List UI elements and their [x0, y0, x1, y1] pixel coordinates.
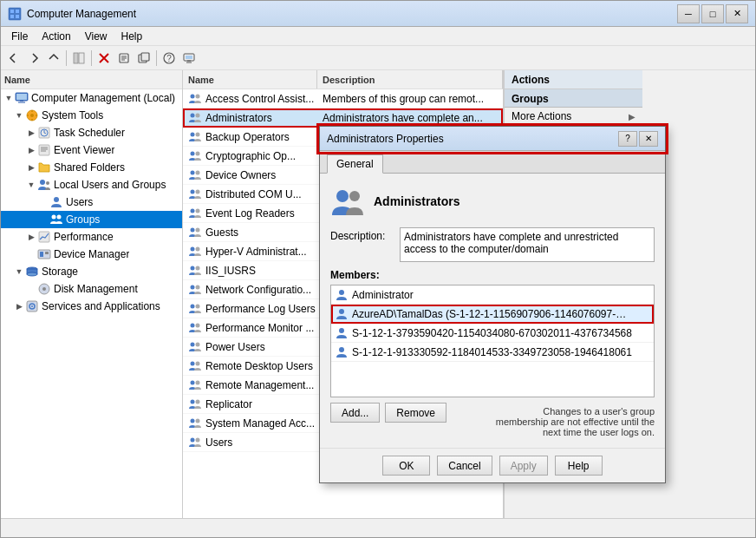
delete-button[interactable]: [94, 49, 114, 68]
expand-task-scheduler[interactable]: ▶: [25, 127, 37, 139]
svg-point-39: [54, 197, 59, 202]
menu-view[interactable]: View: [78, 28, 114, 45]
add-member-button[interactable]: Add...: [330, 403, 380, 423]
users-icon: [49, 195, 63, 209]
svg-point-54: [191, 94, 195, 98]
expand-device-manager[interactable]: [25, 248, 37, 260]
computer-button[interactable]: [179, 49, 199, 68]
cancel-button[interactable]: Cancel: [437, 456, 492, 476]
tree-item-local-users[interactable]: ▼ Local Users and Groups: [1, 176, 182, 194]
list-row-administrators[interactable]: Administrators Administrators have compl…: [183, 108, 503, 128]
svg-text:?: ?: [166, 54, 172, 63]
tree-item-task-scheduler[interactable]: ▶ Task Scheduler: [1, 124, 182, 141]
member-sid-2[interactable]: S-1-12-1-3793590420-1154034080-670302011…: [331, 324, 654, 343]
group-icon: [188, 359, 202, 373]
expand-performance[interactable]: ▶: [25, 231, 37, 243]
svg-point-56: [191, 113, 195, 117]
close-button[interactable]: ✕: [726, 4, 748, 23]
tree-item-services-apps[interactable]: ▶ Services and Applications: [1, 298, 182, 315]
member-user-icon-1: [335, 307, 349, 321]
expand-local-users[interactable]: ▼: [25, 179, 37, 191]
group-icon: [188, 149, 202, 163]
tree-item-event-viewer[interactable]: ▶ Event Viewer: [1, 141, 182, 159]
svg-point-62: [191, 170, 195, 174]
expand-groups[interactable]: [37, 213, 49, 226]
tree-item-shared-folders[interactable]: ▶ Shared Folders: [1, 159, 182, 176]
back-button[interactable]: [4, 49, 23, 68]
expand-event-viewer[interactable]: ▶: [25, 144, 37, 156]
svg-rect-42: [39, 232, 49, 242]
svg-rect-3: [10, 15, 14, 18]
expand-system-tools[interactable]: ▼: [13, 109, 25, 121]
group-icon: [188, 321, 202, 335]
status-bar: [1, 518, 755, 537]
expand-storage[interactable]: ▼: [13, 266, 25, 278]
show-hide-tree-button[interactable]: [69, 49, 88, 68]
member-user-icon-0: [335, 288, 349, 302]
tree-item-storage[interactable]: ▼ Storage: [1, 263, 182, 280]
expand-users[interactable]: [37, 196, 49, 208]
tree-label-task-scheduler: Task Scheduler: [54, 127, 125, 139]
list-cell-name: Network Configuratio...: [183, 281, 317, 299]
list-cell-name: Distributed COM U...: [183, 186, 317, 203]
svg-point-50: [42, 287, 46, 291]
properties-button[interactable]: [114, 49, 134, 68]
apply-button[interactable]: Apply: [499, 456, 548, 476]
remove-member-button[interactable]: Remove: [385, 403, 446, 423]
up-button[interactable]: [44, 49, 63, 68]
tree-item-users[interactable]: Users: [1, 194, 182, 211]
member-sid-3[interactable]: S-1-12-1-913330592-1184014533-3349723058…: [331, 343, 654, 362]
tree-label-performance: Performance: [54, 231, 114, 243]
list-cell-name: Performance Log Users: [183, 300, 317, 318]
menu-file[interactable]: File: [4, 28, 35, 45]
actions-arrow-icon: ▶: [629, 112, 635, 121]
local-users-icon: [37, 178, 51, 192]
svg-point-88: [191, 418, 195, 423]
tree-item-root[interactable]: ▼ Computer Management (Local): [1, 89, 182, 107]
new-window-button[interactable]: [134, 49, 153, 68]
list-cell-name: System Managed Acc...: [183, 415, 317, 432]
menu-action[interactable]: Action: [35, 28, 77, 45]
dialog-tab-general[interactable]: General: [327, 154, 383, 174]
list-header: Name Description: [183, 70, 503, 89]
member-azuread[interactable]: AzureAD\TamalDas (S-1-12-1-1156907906-11…: [331, 305, 654, 324]
minimize-button[interactable]: ─: [677, 4, 700, 23]
tree-item-disk-mgmt[interactable]: Disk Management: [1, 280, 182, 298]
dialog-help-button[interactable]: ?: [618, 131, 637, 147]
svg-point-82: [191, 361, 195, 365]
actions-more-actions[interactable]: More Actions ▶: [505, 108, 642, 126]
group-icon: [188, 187, 202, 201]
services-icon: [25, 299, 39, 313]
performance-icon: [37, 230, 51, 244]
forward-button[interactable]: [24, 49, 43, 68]
help-footer-button[interactable]: Help: [555, 456, 603, 476]
tree-item-device-manager[interactable]: Device Manager: [1, 246, 182, 263]
members-section-label: Members:: [330, 269, 655, 281]
expand-services-apps[interactable]: ▶: [13, 300, 25, 312]
list-row[interactable]: Access Control Assist... Members of this…: [183, 89, 503, 108]
tree-item-groups[interactable]: Groups: [1, 211, 182, 228]
tree-label-users: Users: [66, 196, 93, 208]
maximize-button[interactable]: □: [701, 4, 724, 23]
svg-rect-33: [39, 145, 49, 155]
help-button[interactable]: ?: [160, 49, 179, 68]
dialog-close-button[interactable]: ✕: [639, 131, 658, 147]
description-label: Description:: [330, 227, 400, 242]
col-header-name[interactable]: Name: [183, 70, 317, 89]
menu-help[interactable]: Help: [114, 28, 150, 45]
description-row: Description: Administrators have complet…: [330, 227, 655, 262]
list-cell-name: Performance Monitor ...: [183, 319, 317, 337]
svg-point-64: [191, 189, 195, 194]
expand-disk-mgmt[interactable]: [25, 283, 37, 295]
member-administrator[interactable]: Administrator: [331, 285, 654, 305]
toolbar-sep-3: [156, 50, 157, 66]
expand-root[interactable]: ▼: [3, 92, 15, 104]
dialog-title-buttons: ? ✕: [618, 131, 658, 147]
tree-item-system-tools[interactable]: ▼ System Tools: [1, 107, 182, 124]
ok-button[interactable]: OK: [382, 456, 430, 476]
tree-item-performance[interactable]: ▶ Performance: [1, 228, 182, 246]
expand-shared-folders[interactable]: ▶: [25, 161, 37, 174]
storage-icon: [25, 265, 39, 279]
list-cell-name: Event Log Readers: [183, 205, 317, 222]
col-header-description[interactable]: Description: [317, 70, 503, 89]
